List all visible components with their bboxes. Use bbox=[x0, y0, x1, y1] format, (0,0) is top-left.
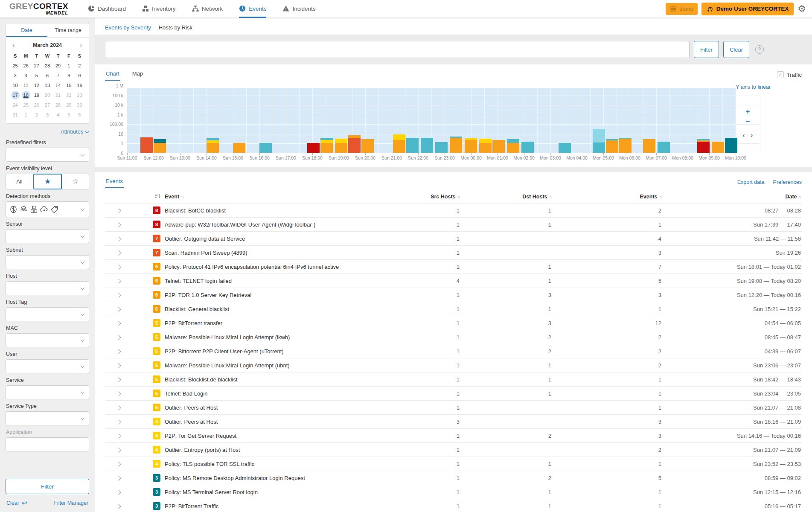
expand-row-icon[interactable] bbox=[116, 391, 121, 396]
visibility-all-button[interactable]: All bbox=[6, 174, 33, 189]
header-event[interactable]: Event↑↓ bbox=[163, 190, 393, 204]
table-row[interactable]: 7Scan: Radmin Port Sweep (4899)13Sun 19:… bbox=[105, 246, 802, 260]
table-row[interactable]: 3P2P: BitTorrent Traffic11105:16 — 05:17 bbox=[105, 499, 802, 512]
calendar-day[interactable]: 8 bbox=[64, 71, 74, 80]
tab-map[interactable]: Map bbox=[131, 69, 144, 81]
calendar-day[interactable]: 26 bbox=[20, 61, 31, 70]
table-row[interactable]: 5Malware: Possible Linux.Mirai Login Att… bbox=[105, 330, 802, 344]
chart-bar[interactable] bbox=[658, 142, 670, 153]
chart-bar[interactable] bbox=[643, 139, 655, 153]
help-icon[interactable]: ? bbox=[755, 45, 764, 54]
select-host-tag[interactable] bbox=[6, 307, 89, 321]
chart-bar[interactable] bbox=[559, 143, 571, 153]
calendar-day[interactable]: 5 bbox=[64, 110, 74, 119]
table-row[interactable]: 5Outlier: Peers at Host11Sun 21:07 — 21:… bbox=[105, 401, 802, 415]
expand-row-icon[interactable] bbox=[116, 419, 121, 424]
header-severity-sort[interactable] bbox=[132, 190, 163, 204]
chart-bar[interactable] bbox=[593, 129, 605, 153]
calendar-day[interactable]: 3 bbox=[42, 110, 52, 119]
expand-row-icon[interactable] bbox=[116, 405, 121, 410]
calendar-day[interactable]: 12 bbox=[31, 81, 42, 90]
chart-bar[interactable] bbox=[233, 143, 245, 153]
chart-bar[interactable] bbox=[507, 139, 519, 153]
calendar-day[interactable]: 27 bbox=[42, 100, 52, 110]
visibility-unstarred-button[interactable]: ☆ bbox=[62, 174, 89, 189]
expand-row-icon[interactable] bbox=[116, 349, 121, 354]
table-row[interactable]: 4Outlier: Entropy (ports) at Host12Sun 2… bbox=[105, 443, 802, 457]
table-row[interactable]: 5Malware: Possible Linux.Mirai Login Att… bbox=[105, 358, 802, 372]
chart-bar[interactable] bbox=[335, 139, 347, 153]
calendar-day[interactable]: 24 bbox=[10, 100, 20, 110]
zoom-in-button[interactable]: + bbox=[736, 108, 760, 115]
table-row[interactable]: 5Telnet: Bad Login111Sun 23:04 — 23:05 bbox=[105, 387, 802, 401]
calendar-day[interactable]: 25 bbox=[20, 100, 31, 110]
expand-row-icon[interactable] bbox=[116, 504, 121, 509]
filter-manager-link[interactable]: Filter Manager bbox=[54, 500, 88, 506]
chart-bar[interactable] bbox=[521, 142, 534, 153]
select-service-type[interactable] bbox=[6, 411, 89, 425]
expand-row-icon[interactable] bbox=[116, 222, 121, 227]
detection-methods-select[interactable] bbox=[6, 201, 89, 217]
select-sensor[interactable] bbox=[6, 229, 89, 243]
chart-bar[interactable] bbox=[465, 138, 477, 153]
tab-chart[interactable]: Chart bbox=[105, 69, 120, 81]
chart-bar[interactable] bbox=[393, 134, 405, 153]
table-row[interactable]: 3Policy: MS Remote Desktop Administrator… bbox=[105, 471, 802, 485]
table-row[interactable]: 6P2P: TOR 1.0 Server Key Retrieval133Sun… bbox=[105, 288, 802, 302]
filter-clear-button[interactable]: Clear bbox=[723, 41, 749, 58]
table-row[interactable]: 4Outlier: Peers at Host33Sun 18:16 — 21:… bbox=[105, 415, 802, 429]
chart-bar[interactable] bbox=[140, 137, 153, 153]
nav-item-incidents[interactable]: Incidents bbox=[282, 0, 315, 18]
calendar-prev-icon[interactable]: ‹ bbox=[12, 41, 16, 49]
select-mac[interactable] bbox=[6, 333, 89, 347]
calendar-day[interactable]: 25 bbox=[10, 61, 20, 70]
tab-time-range[interactable]: Time range bbox=[47, 23, 89, 37]
table-row[interactable]: 8Adware-pup: W32/Toolbar.WIDGI User-Agen… bbox=[105, 218, 802, 232]
calendar-day[interactable]: 18 bbox=[20, 90, 31, 100]
table-row[interactable]: 5P2P: BitTorrent transfer131204:54 — 06:… bbox=[105, 316, 802, 330]
expand-row-icon[interactable] bbox=[116, 335, 121, 340]
subnav-events-by-severity[interactable]: Events by Severity bbox=[105, 24, 151, 31]
expand-row-icon[interactable] bbox=[116, 321, 121, 326]
chart-bar[interactable] bbox=[619, 138, 632, 153]
header-src-hosts[interactable]: Src Hosts↑↓ bbox=[393, 190, 461, 204]
calendar-day[interactable]: 27 bbox=[31, 61, 42, 70]
calendar-day[interactable]: 6 bbox=[42, 71, 52, 80]
expand-row-icon[interactable] bbox=[116, 236, 121, 241]
expand-row-icon[interactable] bbox=[116, 293, 121, 297]
chart-bar[interactable] bbox=[320, 138, 333, 153]
user-menu-button[interactable]: Demo User GREYCORTEX bbox=[701, 3, 794, 15]
expand-row-icon[interactable] bbox=[116, 363, 121, 368]
calendar-day[interactable]: 4 bbox=[20, 71, 31, 80]
expand-row-icon[interactable] bbox=[116, 462, 121, 466]
table-row[interactable]: 8Blacklist: BotCC blacklist11208:27 — 08… bbox=[105, 204, 802, 218]
chart-bar[interactable] bbox=[712, 142, 724, 153]
calendar-day[interactable]: 23 bbox=[74, 90, 85, 100]
expand-row-icon[interactable] bbox=[116, 377, 121, 382]
calendar-day[interactable]: 20 bbox=[42, 90, 52, 100]
calendar-next-icon[interactable]: › bbox=[79, 41, 83, 49]
chart-bar[interactable] bbox=[406, 138, 419, 153]
header-dst-hosts[interactable]: Dst Hosts↑↓ bbox=[461, 190, 553, 204]
calendar-day[interactable]: 22 bbox=[64, 90, 74, 100]
chart-bar[interactable] bbox=[479, 139, 492, 153]
chart-bar[interactable] bbox=[492, 140, 505, 153]
calendar-day[interactable]: 9 bbox=[74, 71, 85, 80]
calendar-day[interactable]: 29 bbox=[53, 61, 64, 70]
filter-query-input[interactable] bbox=[105, 41, 690, 58]
calendar-day[interactable]: 28 bbox=[42, 61, 52, 70]
calendar-day[interactable]: 17 bbox=[10, 90, 20, 100]
nav-item-events[interactable]: Events bbox=[239, 0, 266, 18]
calendar-day[interactable]: 19 bbox=[31, 90, 42, 100]
subnav-hosts-by-risk[interactable]: Hosts by Risk bbox=[159, 24, 192, 31]
nav-item-inventory[interactable]: Inventory bbox=[142, 0, 176, 18]
calendar-day[interactable]: 6 bbox=[74, 110, 85, 119]
expand-row-icon[interactable] bbox=[116, 490, 121, 495]
demo-badge[interactable]: demo bbox=[666, 3, 698, 15]
select-host[interactable] bbox=[6, 281, 89, 295]
expand-row-icon[interactable] bbox=[116, 448, 121, 452]
filter-apply-button[interactable]: Filter bbox=[694, 41, 719, 58]
export-data-link[interactable]: Export data bbox=[737, 179, 765, 185]
calendar-day[interactable]: 31 bbox=[10, 110, 20, 119]
chart-bar[interactable] bbox=[606, 139, 618, 153]
